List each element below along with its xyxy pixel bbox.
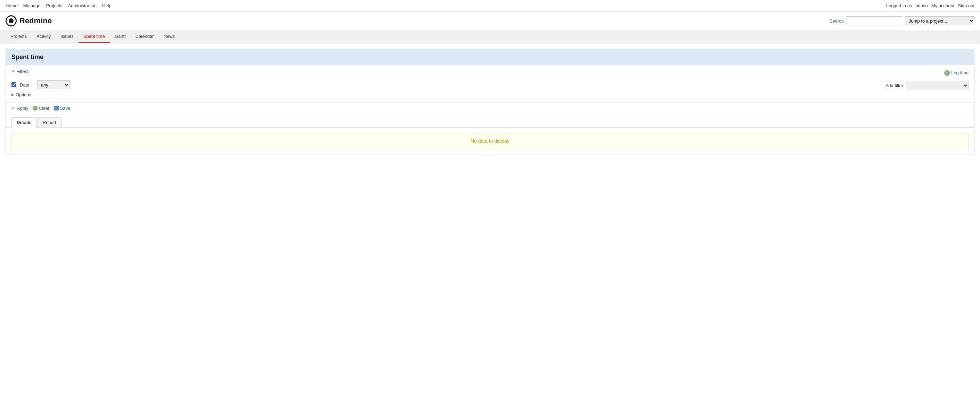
nav-tab-activity[interactable]: Activity [32,30,56,43]
options-label: Options [16,92,31,97]
spent-time-header: Spent time [6,49,974,65]
logged-in-text: Logged in as [886,3,912,8]
header-right: Search Jump to a project... [829,16,974,25]
tab-details[interactable]: Details [11,118,37,127]
nav-tab-projects[interactable]: Projects [6,30,32,43]
date-filter-row: Date any today this week this month last… [11,79,969,90]
nav-administration[interactable]: Administration [68,3,97,8]
date-label: Date [20,83,34,87]
tabs-row: Details Report [6,114,974,127]
options-arrow-icon: ▶ [11,93,14,97]
add-filter-select[interactable] [906,81,969,90]
save-label: Save [60,106,70,111]
log-time-link[interactable]: Log time [944,70,969,76]
no-data-message: No data to display [11,133,969,149]
logo-text: Redmine [19,16,52,25]
nav-tab-issues[interactable]: Issues [56,30,78,43]
tab-report[interactable]: Report [38,118,62,127]
apply-icon: ✓ [11,105,16,111]
nav-help[interactable]: Help [102,3,111,8]
save-button[interactable]: Save [54,106,70,111]
save-icon [54,106,59,111]
my-account-link[interactable]: My account [931,3,954,8]
filters-label: Filters [16,69,29,74]
nav-tab-news[interactable]: News [159,30,180,43]
logo-icon [6,15,17,26]
spent-time-box: Spent time ▼ Filters Log time Date any [6,49,974,155]
nav-mypage[interactable]: My page [23,3,41,8]
clear-icon [33,106,38,111]
nav-projects[interactable]: Projects [46,3,62,8]
log-time-icon [944,70,950,76]
filters-section: ▼ Filters Log time Date any today this w… [6,65,974,103]
log-time-label: Log time [951,70,969,75]
apply-button[interactable]: ✓ Apply [11,105,29,111]
action-buttons: ✓ Apply Clear Save [6,103,974,114]
page-title: Spent time [11,54,43,60]
logo: Redmine [6,15,52,26]
top-bar-nav: Home My page Projects Administration Hel… [6,3,111,8]
filters-toggle[interactable]: ▼ Filters [11,69,29,74]
add-filter-row: Add filter [886,81,969,90]
nav-tab-calendar[interactable]: Calendar [130,30,159,43]
top-bar: Home My page Projects Administration Hel… [0,0,980,12]
top-bar-user: Logged in as admin My account Sign out [886,3,974,8]
filters-arrow-icon: ▼ [11,70,15,73]
add-filter-label: Add filter [886,83,903,88]
jump-to-project-select[interactable]: Jump to a project... [905,16,974,25]
clear-label: Clear [39,106,50,111]
apply-label: Apply [17,106,29,111]
search-label: Search [829,18,844,24]
clear-button[interactable]: Clear [33,106,50,111]
nav-home[interactable]: Home [6,3,18,8]
date-select[interactable]: any today this week this month last mont… [37,80,70,89]
filters-header-row: ▼ Filters Log time [11,69,969,77]
page-header: Redmine Search Jump to a project... [0,12,980,30]
nav-tab-gantt[interactable]: Gantt [110,30,130,43]
sign-out-link[interactable]: Sign out [958,3,974,8]
search-input[interactable] [846,16,902,25]
options-toggle[interactable]: ▶ Options [11,92,969,97]
main-content: Spent time ▼ Filters Log time Date any [0,43,980,160]
date-checkbox[interactable] [11,83,16,87]
nav-tab-spent-time[interactable]: Spent time [78,30,110,43]
main-nav: Projects Activity Issues Spent time Gant… [0,30,980,43]
username-link[interactable]: admin [915,3,928,8]
